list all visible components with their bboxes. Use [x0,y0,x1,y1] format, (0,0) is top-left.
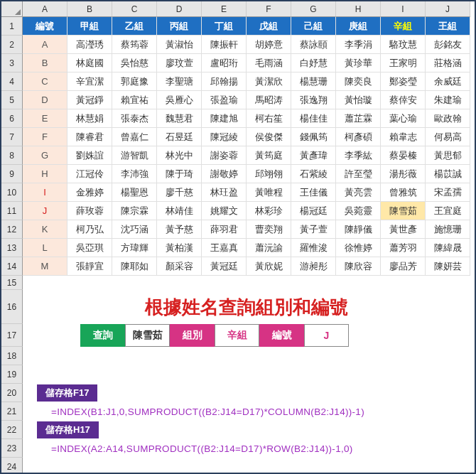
data-cell[interactable]: 黃欣妮 [247,257,291,276]
data-cell[interactable]: 李季涓 [336,36,381,54]
data-cell[interactable]: 劉姝誼 [67,146,112,165]
data-cell[interactable]: 黃思郁 [426,146,470,165]
data-cell[interactable]: 蔡筠蓉 [112,36,157,54]
data-cell[interactable]: 宋孟孺 [426,183,470,202]
data-cell[interactable]: 楊冠廷 [291,202,336,220]
data-cell[interactable]: 曹奕翔 [247,220,291,239]
col-header-I[interactable]: I [381,1,426,17]
col-header-F[interactable]: F [247,1,291,17]
data-cell[interactable]: 張逸翔 [291,91,336,109]
data-cell[interactable]: 莊格涵 [426,54,470,72]
data-cell[interactable]: 曾雅筑 [381,183,426,202]
data-cell[interactable]: 楊苡誠 [426,165,470,183]
data-cell[interactable]: 黃世彥 [381,220,426,239]
header-id[interactable]: 編號 [23,17,67,36]
data-cell[interactable]: 林玨盈 [202,183,247,202]
data-cell[interactable]: 陳建旭 [202,109,247,128]
data-cell[interactable]: 辛宜潔 [67,72,112,91]
data-cell[interactable]: 方瑋輝 [112,239,157,257]
row-header-10[interactable]: 10 [1,183,23,202]
row-header-2[interactable]: 2 [1,36,23,54]
data-cell[interactable]: 朱建瑜 [426,91,470,109]
data-cell[interactable]: 彭銘友 [426,36,470,54]
id-cell[interactable]: B [23,54,67,72]
data-cell[interactable]: 蔡詠頤 [291,36,336,54]
select-all-corner[interactable] [1,1,23,17]
data-cell[interactable]: 毛雨涵 [247,54,291,72]
data-cell[interactable]: 許至瑩 [336,165,381,183]
data-cell[interactable]: 石昱廷 [157,128,202,146]
id-cell[interactable]: G [23,146,67,165]
data-cell[interactable]: 陳冠綾 [202,128,247,146]
id-cell[interactable]: I [23,183,67,202]
data-cell[interactable]: 湯彤薇 [381,165,426,183]
data-cell[interactable]: 王宜庭 [426,202,470,220]
data-cell[interactable]: 吳菀靈 [336,202,381,220]
data-cell[interactable]: 鄭姿瑩 [381,72,426,91]
data-cell[interactable]: 姚耀文 [202,202,247,220]
data-cell[interactable]: 顏采容 [157,257,202,276]
data-cell[interactable]: 黃彥瑋 [291,146,336,165]
row-header-11[interactable]: 11 [1,202,23,220]
id-cell[interactable]: F [23,128,67,146]
data-cell[interactable]: 吳亞琪 [67,239,112,257]
header-group[interactable]: 庚組 [336,17,381,36]
header-group[interactable]: 丁組 [202,17,247,36]
data-cell[interactable]: 楊慧珊 [291,72,336,91]
data-cell[interactable]: 蔡倖安 [381,91,426,109]
row-header-7[interactable]: 7 [1,128,23,146]
data-cell[interactable]: 胡婷意 [247,36,291,54]
data-cell[interactable]: 張靜宜 [67,257,112,276]
col-header-G[interactable]: G [291,1,336,17]
row-header-20[interactable]: 20 [1,384,23,402]
data-cell[interactable]: 盧昭珩 [202,54,247,72]
data-cell[interactable]: 郭庭豫 [112,72,157,91]
data-cell[interactable]: 金雅婷 [67,183,112,202]
header-group[interactable]: 丙組 [157,17,202,36]
data-cell[interactable]: 蕭芳羽 [381,239,426,257]
data-cell[interactable]: 林庭國 [67,54,112,72]
row-header-12[interactable]: 12 [1,220,23,239]
data-cell[interactable]: 邱翰揚 [202,72,247,91]
data-cell[interactable]: 黃予慈 [157,220,202,239]
id-cell[interactable]: L [23,239,67,257]
data-cell[interactable]: 柯右笙 [247,109,291,128]
data-cell[interactable]: 謝姿蓉 [202,146,247,165]
formula1-text[interactable]: =INDEX(B1:J1,0,SUMPRODUCT((B2:J14=D17)*C… [37,406,364,417]
data-cell[interactable]: 李沛強 [112,165,157,183]
row-header-23[interactable]: 23 [1,439,23,458]
data-cell[interactable]: 林彩珍 [247,202,291,220]
data-cell[interactable]: 白妤慧 [291,54,336,72]
col-header-B[interactable]: B [67,1,112,17]
row-header-3[interactable]: 3 [1,54,23,72]
data-cell[interactable]: 黃怡璇 [336,91,381,109]
data-cell[interactable]: 吳怡慈 [112,54,157,72]
data-cell[interactable]: 侯俊傑 [247,128,291,146]
data-cell[interactable]: 李季紘 [336,146,381,165]
row-header-19[interactable]: 19 [1,365,23,384]
data-cell[interactable]: 游智凱 [112,146,157,165]
row-header-13[interactable]: 13 [1,239,23,257]
data-cell[interactable]: 廖品芳 [381,257,426,276]
data-cell[interactable]: 何易高 [426,128,470,146]
data-cell[interactable]: 余威廷 [426,72,470,91]
row-header-24[interactable]: 24 [1,458,23,474]
data-cell[interactable]: 陳耶如 [112,257,157,276]
data-cell[interactable]: 黃潔欣 [247,72,291,91]
data-cell[interactable]: 蕭芷霖 [336,109,381,128]
data-cell[interactable]: 張盈瑜 [202,91,247,109]
data-cell[interactable]: 黃柏漢 [157,239,202,257]
data-cell[interactable]: 賴韋志 [381,128,426,146]
data-cell[interactable]: 羅惟浚 [291,239,336,257]
data-cell[interactable]: 徐惟婷 [336,239,381,257]
data-cell[interactable]: 陳緯晟 [426,239,470,257]
id-cell[interactable]: E [23,109,67,128]
data-cell[interactable]: 柯乃弘 [67,220,112,239]
data-cell[interactable]: 陳奕良 [336,72,381,91]
header-group[interactable]: 王組 [426,17,470,36]
row-header-5[interactable]: 5 [1,91,23,109]
row-header-9[interactable]: 9 [1,165,23,183]
col-header-C[interactable]: C [112,1,157,17]
header-group[interactable]: 己組 [291,17,336,36]
data-cell[interactable]: 陳宗霖 [112,202,157,220]
